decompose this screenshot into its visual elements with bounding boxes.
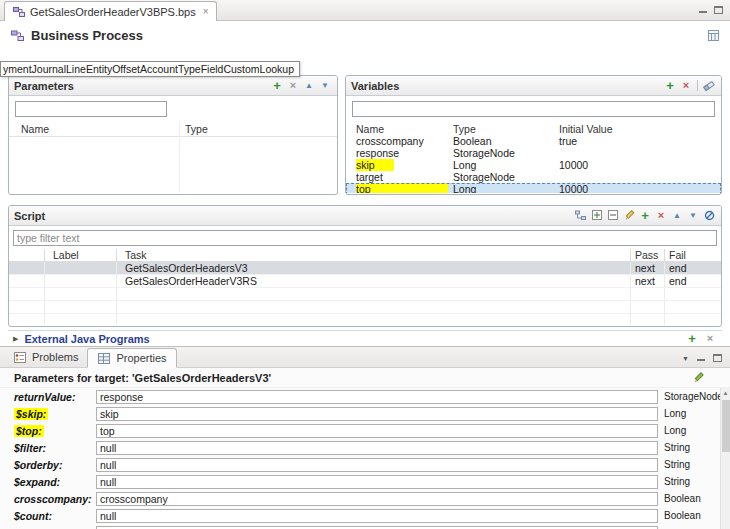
task-pass: next <box>631 275 665 287</box>
expand-arrow-icon[interactable]: ▶ <box>13 335 18 343</box>
task-fail: end <box>665 275 721 287</box>
variable-row[interactable]: crosscompany Boolean true <box>346 135 721 147</box>
minimize-view-icon[interactable] <box>697 359 705 361</box>
editor-tab-bar: GetSalesOrderHeaderV3BPS.bps × <box>0 0 730 21</box>
edit-parameters-icon[interactable] <box>692 371 706 385</box>
variable-name: crosscompany <box>346 135 453 147</box>
property-label-highlighted: $skip: <box>14 408 48 420</box>
property-value-input[interactable] <box>96 424 658 438</box>
variable-row[interactable]: response StorageNode <box>346 147 721 159</box>
property-label: $expand: <box>14 476 60 488</box>
ide-window: GetSalesOrderHeaderV3BPS.bps × Business … <box>0 0 730 529</box>
column-header-type: Type <box>453 123 559 135</box>
property-value-input[interactable] <box>96 441 658 455</box>
variable-row-selected[interactable]: top Long 10000 <box>346 183 721 193</box>
property-value-input[interactable] <box>96 390 658 404</box>
expand-all-icon[interactable] <box>590 209 604 223</box>
tree-view-icon[interactable] <box>574 209 588 223</box>
variables-table-header: Name Type Initial Value <box>346 122 721 135</box>
view-menu-icon[interactable]: ▼ <box>682 355 689 362</box>
property-type: Long <box>664 408 686 419</box>
variables-table: Name Type Initial Value crosscompany Boo… <box>346 122 721 193</box>
column-header-label: Label <box>45 249 117 261</box>
property-row: crosscompany: Boolean <box>0 491 730 508</box>
clear-variables-icon[interactable] <box>702 79 716 93</box>
editor-tab-label: GetSalesOrderHeaderV3BPS.bps <box>30 6 196 18</box>
parameters-header: Parameters + × ▲ ▼ <box>9 76 337 96</box>
property-value-input[interactable] <box>96 458 658 472</box>
script-filter-input[interactable] <box>13 230 717 246</box>
parameters-table-header: Name Type <box>9 122 337 137</box>
move-up-icon[interactable]: ▲ <box>302 79 316 93</box>
external-java-section[interactable]: ▶ External Java Programs + × <box>8 330 722 346</box>
close-tab-icon[interactable]: × <box>203 6 209 17</box>
parameters-filter-input[interactable] <box>15 101 167 117</box>
maximize-view-icon[interactable] <box>713 354 722 362</box>
move-down-icon[interactable]: ▼ <box>318 79 332 93</box>
add-task-icon[interactable]: + <box>638 209 652 223</box>
move-task-down-icon[interactable]: ▼ <box>686 209 700 223</box>
edit-task-icon[interactable] <box>622 209 636 223</box>
disable-task-icon[interactable] <box>702 209 716 223</box>
property-value-input[interactable] <box>96 407 658 421</box>
script-row[interactable]: GetSalesOrderHeaderV3RS next end <box>9 275 721 288</box>
variable-row[interactable]: skip Long 10000 <box>346 159 721 171</box>
property-type: StorageNode <box>664 391 723 402</box>
collapse-all-icon[interactable] <box>606 209 620 223</box>
script-row-empty <box>9 314 721 325</box>
variable-name: target <box>346 171 453 183</box>
variable-row[interactable]: target StorageNode <box>346 171 721 183</box>
property-value-input[interactable] <box>96 509 658 523</box>
business-process-icon <box>10 28 24 42</box>
task-name: GetSalesOrderHeaderV3RS <box>117 275 631 287</box>
view-tab-bar: Problems Properties ▼ <box>0 347 730 368</box>
variable-type: StorageNode <box>453 147 559 159</box>
script-row-selected[interactable]: GetSalesOrderHeadersV3 next end <box>9 262 721 275</box>
task-fail: end <box>665 262 721 274</box>
tab-problems[interactable]: Problems <box>4 347 87 367</box>
variable-initial: true <box>559 135 721 147</box>
bps-file-icon <box>12 5 26 19</box>
tab-properties[interactable]: Properties <box>87 348 176 368</box>
task-name: GetSalesOrderHeadersV3 <box>117 262 631 274</box>
delete-java-program-icon[interactable]: × <box>703 332 717 346</box>
variables-filter-input[interactable] <box>352 101 715 117</box>
scroll-up-icon[interactable]: ▲ <box>721 389 730 398</box>
highlighted-text: skip <box>356 159 394 171</box>
property-value-input[interactable] <box>96 475 658 489</box>
property-row: $top: Long <box>0 423 730 440</box>
column-header-pass: Pass <box>631 249 665 261</box>
scrollbar-thumb[interactable] <box>722 400 730 452</box>
column-header-name: Name <box>346 123 453 135</box>
property-type: Boolean <box>664 493 701 504</box>
vertical-scrollbar[interactable]: ▲ <box>720 388 730 529</box>
add-java-program-icon[interactable]: + <box>685 332 699 346</box>
script-row-empty <box>9 288 721 301</box>
editor-body: Business Process ymentJournalLineEntityO… <box>0 21 730 346</box>
delete-variable-icon[interactable]: × <box>679 79 693 93</box>
delete-task-icon[interactable]: × <box>654 209 668 223</box>
column-header-type: Type <box>185 123 208 135</box>
minimize-icon[interactable] <box>699 11 707 13</box>
parameters-panel: Parameters + × ▲ ▼ Name Type <box>8 75 338 195</box>
property-value-input[interactable] <box>96 492 658 506</box>
move-task-up-icon[interactable]: ▲ <box>670 209 684 223</box>
task-pass: next <box>631 262 665 274</box>
variable-initial: 10000 <box>559 183 721 193</box>
script-panel: Script + × ▲ <box>8 205 722 327</box>
editor-tab[interactable]: GetSalesOrderHeaderV3BPS.bps × <box>4 1 217 21</box>
column-header-fail: Fail <box>665 249 721 261</box>
delete-parameter-icon[interactable]: × <box>286 79 300 93</box>
overview-grid-icon[interactable] <box>706 28 720 42</box>
tooltip: ymentJournalLineEntityOffsetAccountTypeF… <box>0 61 300 77</box>
script-header: Script + × ▲ <box>9 206 721 226</box>
bottom-panel: Problems Properties ▼ Parameters for tar… <box>0 346 730 529</box>
property-row: $expand: String <box>0 474 730 491</box>
column-header-task: Task <box>117 249 631 261</box>
column-header-name: Name <box>21 123 49 135</box>
variable-type: Long <box>453 159 559 171</box>
add-parameter-icon[interactable]: + <box>270 79 284 93</box>
column-divider <box>179 122 180 193</box>
maximize-icon[interactable] <box>714 6 723 14</box>
add-variable-icon[interactable]: + <box>663 79 677 93</box>
